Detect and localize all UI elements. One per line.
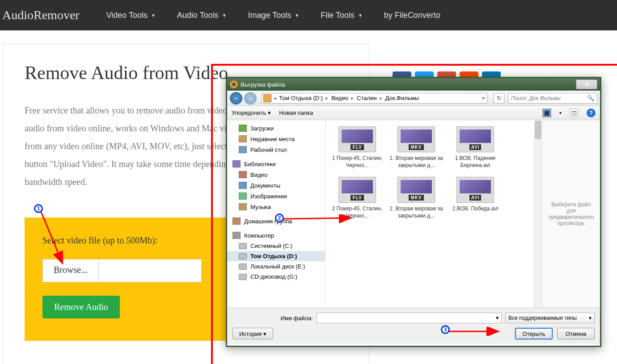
file-thumb: MKV (397, 126, 435, 152)
open-button[interactable]: Открыть (515, 328, 553, 339)
libraries-icon (232, 160, 241, 167)
dialog-titlebar[interactable]: Выгрузка файла ✕ (227, 78, 600, 91)
new-folder-button[interactable]: Новая папка (279, 109, 313, 116)
tree-music[interactable]: Музыка (227, 201, 325, 212)
tree-drive-d[interactable]: Том Отдыха (D:) (227, 251, 325, 261)
file-item[interactable]: MKV2. Вторая мировая за закрытыми д... (387, 175, 445, 221)
breadcrumb-item[interactable]: Док.Фильмы (383, 95, 422, 101)
breadcrumb-item[interactable]: Сталин (354, 95, 379, 101)
preview-pane-button[interactable]: ◫ (570, 109, 579, 117)
preview-pane: Выберите файл для предварительного просм… (542, 120, 600, 308)
filter-label: Все поддерживаемые типы (508, 315, 577, 321)
file-ext-badge: FLV (351, 195, 363, 201)
brand-logo[interactable]: AudioRemover (2, 8, 80, 22)
refresh-icon: ↻ (497, 95, 502, 101)
tree-label: Том Отдыха (D:) (250, 253, 297, 259)
file-thumb: MKV (397, 177, 435, 203)
file-item[interactable]: AVI2.ВОВ. Победа.avi (446, 175, 504, 221)
organize-menu[interactable]: Упорядочить ▾ (232, 109, 271, 116)
search-icon[interactable]: 🔍 (587, 95, 594, 101)
tree-video[interactable]: Видео (227, 169, 325, 180)
refresh-button[interactable]: ↻ (494, 93, 504, 104)
tree-drive-c[interactable]: Системный (C:) (227, 241, 325, 251)
breadcrumb-item[interactable]: Видео (329, 95, 351, 101)
search-input[interactable] (511, 95, 587, 101)
hdd-icon (239, 243, 247, 249)
nav-audio-tools[interactable]: Audio Tools▼ (177, 11, 227, 20)
nav-image-tools[interactable]: Image Tools▼ (248, 11, 300, 20)
chevron-down-icon[interactable]: ▾ (482, 95, 485, 101)
desktop-icon (239, 146, 247, 153)
annotation-marker-2: 2 (275, 213, 284, 222)
back-button[interactable]: ← (230, 92, 242, 105)
folder-icon (263, 94, 271, 102)
file-ext-badge: MKV (409, 144, 423, 150)
remove-audio-button[interactable]: Remove Audio (42, 296, 120, 318)
file-item[interactable]: AVI1.ВОВ. Падение Берлина.avi (446, 125, 504, 171)
breadcrumb[interactable]: ◂ Том Отдыха (D:) ▸ Видео ▸ Сталин ▸ Док… (261, 93, 487, 104)
dialog-body: Загрузки Недавние места Рабочий стол Биб… (227, 120, 600, 308)
nav-by-fileconverto[interactable]: by FileConverto (384, 11, 440, 20)
file-field[interactable] (99, 259, 202, 282)
tree-libraries[interactable]: Библиотеки (227, 159, 325, 169)
chevron-down-icon: ▾ (268, 109, 271, 116)
caret-down-icon: ▼ (358, 13, 363, 18)
caret-down-icon: ▼ (222, 13, 227, 18)
nav-file-tools[interactable]: File Tools▼ (321, 11, 363, 20)
file-ext-badge: AVI (469, 144, 482, 150)
help-button[interactable]: ? (587, 109, 596, 117)
file-thumb: AVI (456, 177, 494, 203)
chevron-right-icon: ▸ (325, 95, 329, 101)
documents-icon (239, 182, 247, 189)
filetype-select[interactable]: Все поддерживаемые типы▾ (505, 313, 595, 323)
nav-label: Audio Tools (177, 11, 219, 20)
file-ext-badge: MKV (409, 195, 423, 201)
browse-button[interactable]: Browse... (42, 259, 99, 282)
tree-computer[interactable]: Компьютер (227, 230, 325, 241)
chevron-down-icon[interactable]: ▾ (559, 110, 562, 115)
tree-recent[interactable]: Недавние места (227, 134, 325, 144)
tree-label: Библиотеки (244, 161, 275, 167)
file-grid[interactable]: FLV1 Покер-45. Сталин, Черчил... MKV1. В… (325, 120, 534, 308)
music-icon (239, 203, 247, 210)
file-thumb: FLV (338, 126, 376, 152)
arrow-right-icon: → (248, 95, 254, 101)
tree-label: Компьютер (244, 232, 274, 239)
annotation-marker-1: 1 (34, 204, 43, 213)
tree-label: Системный (C:) (250, 243, 292, 249)
tree-downloads[interactable]: Загрузки (227, 123, 325, 134)
scrollbar[interactable] (534, 120, 542, 308)
chevron-down-icon[interactable]: ▾ (496, 314, 499, 321)
file-item[interactable]: MKV1. Вторая мировая за закрытыми д... (387, 125, 445, 171)
close-button[interactable]: ✕ (576, 79, 597, 89)
search-box[interactable]: 🔍 (508, 93, 597, 104)
scrollbar-thumb[interactable] (535, 121, 541, 139)
chevron-left-icon: ◂ (273, 95, 276, 101)
file-ext-badge: AVI (469, 195, 482, 201)
history-button[interactable]: История ▾ (232, 328, 273, 339)
tree-documents[interactable]: Документы (227, 180, 325, 191)
file-item[interactable]: FLV2 Покер-45. Сталин, Черчил... (328, 175, 386, 221)
tree-drive-e[interactable]: Локальный диск (E:) (227, 261, 325, 272)
file-name: 1. Вторая мировая за закрытыми д... (389, 155, 444, 169)
chevron-right-icon: ▸ (351, 95, 354, 101)
close-icon: ✕ (584, 81, 589, 88)
tree-drive-cd[interactable]: CD-дисковод (G:) (227, 272, 325, 282)
view-mode-button[interactable]: ▦ (542, 109, 551, 117)
tree-label: CD-дисковод (G:) (250, 273, 297, 280)
annotation-marker-3: 3 (441, 325, 450, 334)
file-item[interactable]: FLV1 Покер-45. Сталин, Черчил... (328, 125, 386, 171)
tree-images[interactable]: Изображения (227, 191, 325, 201)
nav-video-tools[interactable]: Video Tools▼ (106, 11, 156, 20)
tree-label: Рабочий стол (250, 146, 287, 153)
dialog-toolbar: Упорядочить ▾ Новая папка ▦ ▾ ◫ ? (227, 106, 600, 120)
cancel-button[interactable]: Отмена (557, 328, 595, 339)
dialog-title: Выгрузка файла (241, 81, 576, 88)
top-nav: AudioRemover Video Tools▼ Audio Tools▼ I… (0, 0, 617, 30)
tree-desktop[interactable]: Рабочий стол (227, 144, 325, 155)
filename-input[interactable] (317, 313, 502, 323)
forward-button[interactable]: → (244, 92, 257, 105)
nav-label: Image Tools (248, 11, 292, 20)
tree-label: Загрузки (250, 125, 274, 132)
breadcrumb-item[interactable]: Том Отдыха (D:) (276, 95, 325, 101)
